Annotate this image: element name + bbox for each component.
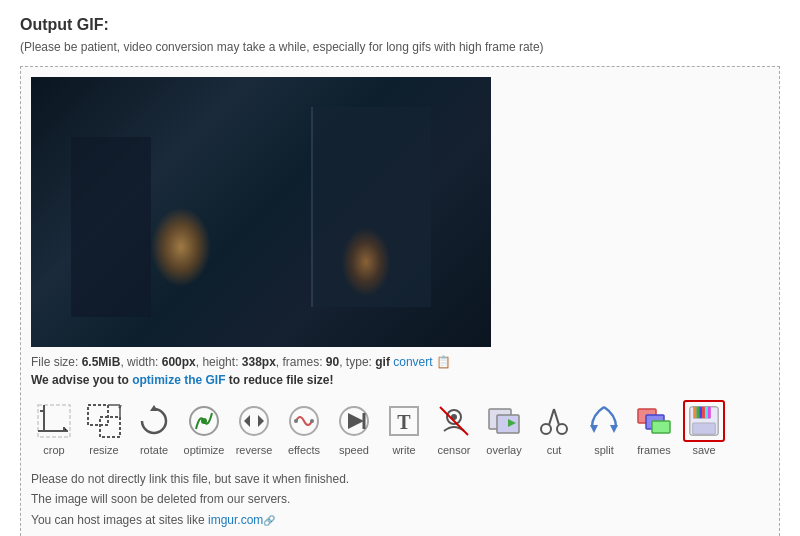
svg-rect-36 [652, 421, 670, 433]
tool-cut[interactable]: cut [531, 397, 577, 459]
overlay-icon [486, 403, 522, 439]
svg-line-31 [554, 409, 559, 425]
frames-icon-wrap [633, 400, 675, 442]
split-icon [586, 403, 622, 439]
tool-overlay[interactable]: overlay [481, 397, 527, 459]
footer-line3: You can host images at sites like imgur.… [31, 510, 769, 530]
svg-rect-4 [100, 417, 120, 437]
overlay-label: overlay [486, 444, 521, 456]
frames-icon [636, 403, 672, 439]
effects-label: effects [288, 444, 320, 456]
reverse-label: reverse [236, 444, 273, 456]
write-icon-wrap: T [383, 400, 425, 442]
page-container: Output GIF: (Please be patient, video co… [0, 0, 800, 536]
footer-line2: The image will soon be deleted from our … [31, 489, 769, 509]
tool-save[interactable]: save [681, 397, 727, 459]
speed-icon-wrap [333, 400, 375, 442]
svg-marker-32 [590, 425, 598, 433]
tool-crop[interactable]: crop [31, 397, 77, 459]
file-info: File size: 6.5MiB, width: 600px, height:… [31, 355, 769, 369]
footer-notes: Please do not directly link this file, b… [31, 469, 769, 530]
svg-point-29 [557, 424, 567, 434]
svg-rect-42 [696, 407, 699, 418]
optimize-label: optimize [184, 444, 225, 456]
page-title: Output GIF: [20, 16, 780, 34]
tool-censor[interactable]: censor [431, 397, 477, 459]
save-icon [687, 403, 721, 439]
write-label: write [392, 444, 415, 456]
optimize-icon [186, 403, 222, 439]
svg-text:T: T [397, 411, 411, 433]
optimize-notice: We advise you to optimize the GIF to red… [31, 373, 769, 387]
svg-rect-40 [693, 423, 716, 434]
external-link-icon: 🔗 [263, 515, 275, 526]
type-label: , type: [339, 355, 375, 369]
overlay-icon-wrap [483, 400, 525, 442]
reverse-icon [236, 403, 272, 439]
svg-rect-3 [88, 405, 108, 425]
svg-rect-46 [708, 407, 711, 418]
imgur-link[interactable]: imgur.com [208, 513, 263, 527]
svg-point-16 [310, 419, 314, 423]
censor-icon-wrap [433, 400, 475, 442]
svg-rect-0 [38, 405, 70, 437]
resize-icon-wrap [83, 400, 125, 442]
frames-label: , frames: [276, 355, 326, 369]
svg-marker-12 [244, 415, 250, 427]
tool-split[interactable]: split [581, 397, 627, 459]
cut-label: cut [547, 444, 562, 456]
height-value: 338px [242, 355, 276, 369]
convert-link[interactable]: convert 📋 [393, 355, 451, 369]
save-label: save [692, 444, 715, 456]
resize-label: resize [89, 444, 118, 456]
split-icon-wrap [583, 400, 625, 442]
optimize-icon-wrap [183, 400, 225, 442]
crop-icon [36, 403, 72, 439]
svg-marker-18 [348, 413, 364, 429]
svg-line-30 [549, 409, 554, 425]
save-icon-wrap [683, 400, 725, 442]
footer-line1: Please do not directly link this file, b… [31, 469, 769, 489]
type-value: gif [375, 355, 390, 369]
width-value: 600px [162, 355, 196, 369]
speed-icon [336, 403, 372, 439]
gif-container: File size: 6.5MiB, width: 600px, height:… [20, 66, 780, 536]
svg-rect-41 [694, 407, 697, 418]
reverse-icon-wrap [233, 400, 275, 442]
speed-label: speed [339, 444, 369, 456]
tool-reverse[interactable]: reverse [231, 397, 277, 459]
svg-marker-8 [150, 405, 158, 411]
resize-icon [86, 403, 122, 439]
rotate-icon-wrap [133, 400, 175, 442]
censor-icon [436, 403, 472, 439]
effects-icon [286, 403, 322, 439]
cut-icon [536, 403, 572, 439]
tool-write[interactable]: T write [381, 397, 427, 459]
svg-point-28 [541, 424, 551, 434]
optimize-gif-link[interactable]: optimize the GIF [132, 373, 225, 387]
file-size-value: 6.5MiB [82, 355, 121, 369]
svg-rect-43 [699, 407, 702, 418]
svg-rect-45 [705, 407, 708, 418]
tools-row: crop resize [31, 397, 769, 459]
height-label: , height: [196, 355, 242, 369]
tool-frames[interactable]: frames [631, 397, 677, 459]
effects-icon-wrap [283, 400, 325, 442]
svg-marker-33 [610, 425, 618, 433]
width-label: , width: [120, 355, 161, 369]
tool-effects[interactable]: effects [281, 397, 327, 459]
rotate-icon [136, 403, 172, 439]
tool-optimize[interactable]: optimize [181, 397, 227, 459]
frames-label: frames [637, 444, 671, 456]
split-label: split [594, 444, 614, 456]
file-size-label: File size: [31, 355, 82, 369]
tool-rotate[interactable]: rotate [131, 397, 177, 459]
tool-resize[interactable]: resize [81, 397, 127, 459]
frames-value: 90 [326, 355, 339, 369]
video-preview [31, 77, 491, 347]
svg-rect-44 [702, 407, 705, 418]
svg-marker-13 [258, 415, 264, 427]
write-icon: T [386, 403, 422, 439]
tool-speed[interactable]: speed [331, 397, 377, 459]
crop-icon-wrap [33, 400, 75, 442]
